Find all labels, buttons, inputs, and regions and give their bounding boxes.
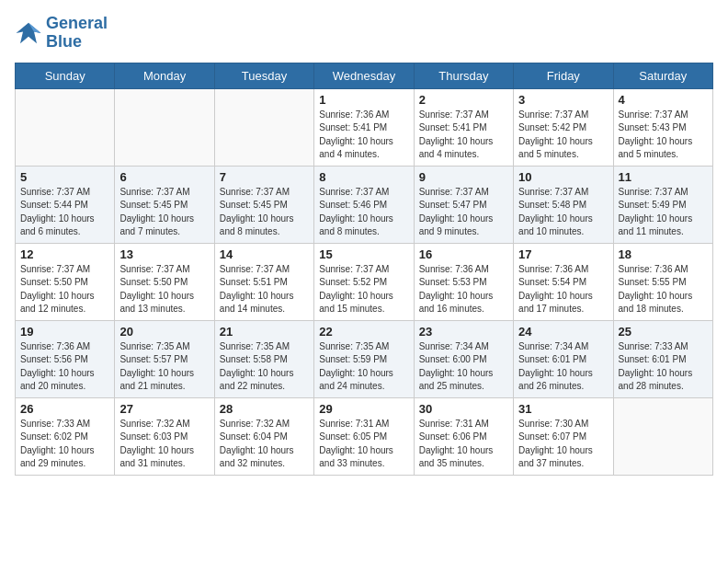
column-header-tuesday: Tuesday bbox=[214, 63, 313, 88]
calendar-day-12: 12Sunrise: 7:37 AMSunset: 5:50 PMDayligh… bbox=[16, 243, 115, 320]
day-number: 3 bbox=[518, 93, 608, 107]
logo-text-line2: Blue bbox=[46, 33, 108, 52]
day-info: Sunrise: 7:37 AMSunset: 5:41 PMDaylight:… bbox=[419, 109, 508, 162]
calendar-day-14: 14Sunrise: 7:37 AMSunset: 5:51 PMDayligh… bbox=[214, 243, 313, 320]
calendar-day-25: 25Sunrise: 7:33 AMSunset: 6:01 PMDayligh… bbox=[613, 320, 712, 397]
day-info: Sunrise: 7:37 AMSunset: 5:42 PMDaylight:… bbox=[518, 109, 608, 162]
calendar-day-23: 23Sunrise: 7:34 AMSunset: 6:00 PMDayligh… bbox=[414, 320, 513, 397]
calendar-day-15: 15Sunrise: 7:37 AMSunset: 5:52 PMDayligh… bbox=[314, 243, 414, 320]
calendar-day-2: 2Sunrise: 7:37 AMSunset: 5:41 PMDaylight… bbox=[414, 88, 513, 166]
column-header-sunday: Sunday bbox=[16, 63, 115, 88]
day-info: Sunrise: 7:37 AMSunset: 5:52 PMDaylight:… bbox=[319, 263, 408, 316]
day-info: Sunrise: 7:32 AMSunset: 6:04 PMDaylight:… bbox=[220, 418, 309, 471]
calendar-day-26: 26Sunrise: 7:33 AMSunset: 6:02 PMDayligh… bbox=[16, 397, 115, 475]
calendar-day-8: 8Sunrise: 7:37 AMSunset: 5:46 PMDaylight… bbox=[314, 166, 414, 243]
day-info: Sunrise: 7:35 AMSunset: 5:57 PMDaylight:… bbox=[119, 340, 209, 394]
column-header-wednesday: Wednesday bbox=[314, 63, 414, 88]
day-info: Sunrise: 7:37 AMSunset: 5:49 PMDaylight:… bbox=[619, 186, 708, 239]
day-info: Sunrise: 7:37 AMSunset: 5:44 PMDaylight:… bbox=[20, 186, 109, 239]
column-header-thursday: Thursday bbox=[414, 63, 513, 88]
day-info: Sunrise: 7:37 AMSunset: 5:51 PMDaylight:… bbox=[220, 263, 309, 316]
calendar-day-21: 21Sunrise: 7:35 AMSunset: 5:58 PMDayligh… bbox=[214, 320, 313, 397]
calendar-day-11: 11Sunrise: 7:37 AMSunset: 5:49 PMDayligh… bbox=[613, 166, 712, 243]
day-number: 15 bbox=[319, 247, 408, 261]
day-info: Sunrise: 7:36 AMSunset: 5:56 PMDaylight:… bbox=[20, 340, 109, 394]
calendar-day-9: 9Sunrise: 7:37 AMSunset: 5:47 PMDaylight… bbox=[414, 166, 513, 243]
calendar-week-row: 26Sunrise: 7:33 AMSunset: 6:02 PMDayligh… bbox=[16, 397, 713, 475]
day-info: Sunrise: 7:34 AMSunset: 6:00 PMDaylight:… bbox=[419, 340, 508, 394]
calendar-week-row: 5Sunrise: 7:37 AMSunset: 5:44 PMDaylight… bbox=[16, 166, 713, 243]
logo-icon bbox=[15, 19, 42, 47]
calendar-day-16: 16Sunrise: 7:36 AMSunset: 5:53 PMDayligh… bbox=[414, 243, 513, 320]
day-number: 7 bbox=[220, 170, 309, 184]
day-number: 1 bbox=[319, 93, 408, 107]
calendar-day-13: 13Sunrise: 7:37 AMSunset: 5:50 PMDayligh… bbox=[115, 243, 214, 320]
calendar-day-18: 18Sunrise: 7:36 AMSunset: 5:55 PMDayligh… bbox=[613, 243, 712, 320]
day-info: Sunrise: 7:37 AMSunset: 5:46 PMDaylight:… bbox=[319, 186, 408, 239]
calendar-day-17: 17Sunrise: 7:36 AMSunset: 5:54 PMDayligh… bbox=[514, 243, 613, 320]
day-info: Sunrise: 7:37 AMSunset: 5:50 PMDaylight:… bbox=[20, 263, 109, 316]
calendar-day-6: 6Sunrise: 7:37 AMSunset: 5:45 PMDaylight… bbox=[115, 166, 214, 243]
svg-marker-0 bbox=[17, 23, 41, 44]
day-info: Sunrise: 7:37 AMSunset: 5:47 PMDaylight:… bbox=[419, 186, 508, 239]
day-info: Sunrise: 7:36 AMSunset: 5:55 PMDaylight:… bbox=[619, 263, 708, 316]
day-number: 13 bbox=[119, 247, 209, 261]
calendar-day-1: 1Sunrise: 7:36 AMSunset: 5:41 PMDaylight… bbox=[314, 88, 414, 166]
day-info: Sunrise: 7:32 AMSunset: 6:03 PMDaylight:… bbox=[119, 418, 209, 471]
logo: General Blue bbox=[15, 15, 108, 52]
calendar-week-row: 19Sunrise: 7:36 AMSunset: 5:56 PMDayligh… bbox=[16, 320, 713, 397]
calendar-empty-cell bbox=[16, 88, 115, 166]
calendar-day-10: 10Sunrise: 7:37 AMSunset: 5:48 PMDayligh… bbox=[514, 166, 613, 243]
day-info: Sunrise: 7:35 AMSunset: 5:59 PMDaylight:… bbox=[319, 340, 408, 394]
calendar-day-5: 5Sunrise: 7:37 AMSunset: 5:44 PMDaylight… bbox=[16, 166, 115, 243]
day-info: Sunrise: 7:31 AMSunset: 6:06 PMDaylight:… bbox=[419, 418, 508, 471]
column-header-friday: Friday bbox=[514, 63, 613, 88]
day-number: 20 bbox=[119, 325, 209, 339]
calendar-day-22: 22Sunrise: 7:35 AMSunset: 5:59 PMDayligh… bbox=[314, 320, 414, 397]
calendar-empty-cell bbox=[613, 397, 712, 475]
day-info: Sunrise: 7:37 AMSunset: 5:50 PMDaylight:… bbox=[119, 263, 209, 316]
calendar-day-31: 31Sunrise: 7:30 AMSunset: 6:07 PMDayligh… bbox=[514, 397, 613, 475]
day-info: Sunrise: 7:37 AMSunset: 5:43 PMDaylight:… bbox=[619, 109, 708, 162]
day-number: 30 bbox=[419, 402, 508, 416]
day-info: Sunrise: 7:33 AMSunset: 6:01 PMDaylight:… bbox=[619, 340, 708, 394]
day-number: 31 bbox=[518, 402, 608, 416]
day-number: 4 bbox=[619, 93, 708, 107]
day-number: 26 bbox=[20, 402, 109, 416]
day-number: 5 bbox=[20, 170, 109, 184]
calendar-day-19: 19Sunrise: 7:36 AMSunset: 5:56 PMDayligh… bbox=[16, 320, 115, 397]
calendar-day-4: 4Sunrise: 7:37 AMSunset: 5:43 PMDaylight… bbox=[613, 88, 712, 166]
calendar-day-20: 20Sunrise: 7:35 AMSunset: 5:57 PMDayligh… bbox=[115, 320, 214, 397]
logo-text-line1: General bbox=[46, 15, 108, 33]
day-number: 10 bbox=[518, 170, 608, 184]
day-number: 6 bbox=[119, 170, 209, 184]
calendar-day-29: 29Sunrise: 7:31 AMSunset: 6:05 PMDayligh… bbox=[314, 397, 414, 475]
day-number: 19 bbox=[20, 325, 109, 339]
calendar-day-3: 3Sunrise: 7:37 AMSunset: 5:42 PMDaylight… bbox=[514, 88, 613, 166]
day-info: Sunrise: 7:34 AMSunset: 6:01 PMDaylight:… bbox=[518, 340, 608, 394]
day-info: Sunrise: 7:30 AMSunset: 6:07 PMDaylight:… bbox=[518, 418, 608, 471]
calendar-empty-cell bbox=[115, 88, 214, 166]
calendar-day-27: 27Sunrise: 7:32 AMSunset: 6:03 PMDayligh… bbox=[115, 397, 214, 475]
page-header: General Blue bbox=[15, 15, 713, 52]
day-info: Sunrise: 7:37 AMSunset: 5:45 PMDaylight:… bbox=[119, 186, 209, 239]
day-number: 18 bbox=[619, 247, 708, 261]
day-info: Sunrise: 7:33 AMSunset: 6:02 PMDaylight:… bbox=[20, 418, 109, 471]
day-number: 16 bbox=[419, 247, 508, 261]
day-number: 23 bbox=[419, 325, 508, 339]
day-info: Sunrise: 7:35 AMSunset: 5:58 PMDaylight:… bbox=[220, 340, 309, 394]
day-number: 22 bbox=[319, 325, 408, 339]
day-number: 29 bbox=[319, 402, 408, 416]
calendar-week-row: 1Sunrise: 7:36 AMSunset: 5:41 PMDaylight… bbox=[16, 88, 713, 166]
calendar-day-24: 24Sunrise: 7:34 AMSunset: 6:01 PMDayligh… bbox=[514, 320, 613, 397]
calendar-empty-cell bbox=[214, 88, 313, 166]
day-info: Sunrise: 7:36 AMSunset: 5:53 PMDaylight:… bbox=[419, 263, 508, 316]
day-number: 9 bbox=[419, 170, 508, 184]
day-number: 2 bbox=[419, 93, 508, 107]
day-info: Sunrise: 7:36 AMSunset: 5:54 PMDaylight:… bbox=[518, 263, 608, 316]
calendar-day-28: 28Sunrise: 7:32 AMSunset: 6:04 PMDayligh… bbox=[214, 397, 313, 475]
calendar-day-30: 30Sunrise: 7:31 AMSunset: 6:06 PMDayligh… bbox=[414, 397, 513, 475]
day-number: 28 bbox=[220, 402, 309, 416]
day-number: 27 bbox=[119, 402, 209, 416]
day-number: 24 bbox=[518, 325, 608, 339]
